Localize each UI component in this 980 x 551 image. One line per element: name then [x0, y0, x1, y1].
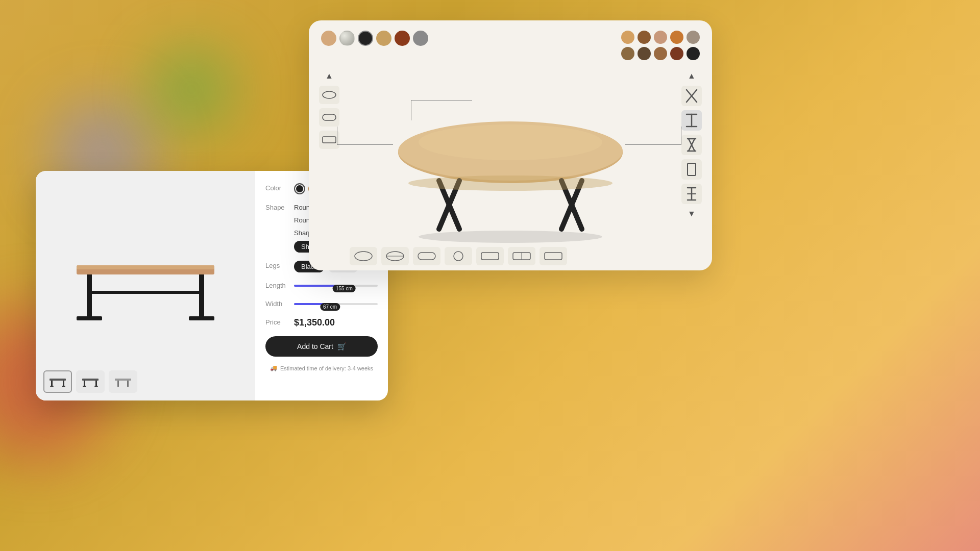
- leg-shape-next-btn[interactable]: ▼: [687, 208, 697, 219]
- svg-rect-50: [688, 163, 696, 176]
- annotation-line-h-top: [411, 100, 472, 101]
- width-value-label: 67 cm: [320, 303, 340, 311]
- svg-rect-11: [62, 386, 65, 387]
- leg-icon-2[interactable]: [681, 110, 702, 131]
- color-black[interactable]: [294, 183, 305, 194]
- thumbnail-1[interactable]: [43, 370, 72, 393]
- svg-rect-7: [50, 379, 66, 381]
- r-swatch-grey[interactable]: [413, 31, 428, 46]
- length-value-label: 155 cm: [333, 285, 356, 292]
- svg-rect-14: [83, 386, 86, 387]
- delivery-note: 🚚 Estimated time of delivery: 3-4 weeks: [265, 365, 378, 371]
- bottom-shape-row: [350, 247, 567, 265]
- annotation-line-v-top: [411, 100, 411, 120]
- bs-2[interactable]: [381, 247, 409, 265]
- shape-label: Shape: [265, 203, 288, 211]
- price-label: Price: [265, 317, 288, 326]
- length-slider-container: 155 cm: [294, 281, 378, 291]
- length-track: 155 cm: [294, 285, 378, 287]
- add-to-cart-label: Add to Cart: [297, 342, 333, 350]
- r-swatch-black[interactable]: [358, 31, 373, 46]
- svg-rect-12: [82, 379, 99, 381]
- table-illustration-area: [309, 65, 712, 270]
- svg-rect-35: [418, 253, 435, 260]
- sc-5[interactable]: [687, 31, 700, 44]
- price-value: $1,350.00: [294, 317, 378, 328]
- shape-sidebar-right: ▲: [681, 65, 702, 270]
- price-row: Price $1,350.00: [265, 317, 378, 328]
- r-swatch-marble[interactable]: [339, 31, 355, 46]
- svg-rect-4: [199, 274, 204, 320]
- bs-3[interactable]: [413, 247, 440, 265]
- sc-3[interactable]: [654, 31, 667, 44]
- annotation-line-v-left: [337, 127, 337, 144]
- desk-illustration: [61, 230, 230, 342]
- r-swatch-walnut[interactable]: [395, 31, 410, 46]
- width-slider-container: 67 cm: [294, 299, 378, 309]
- secondary-colors-panel: [621, 31, 700, 60]
- secondary-colors-row-1: [621, 31, 700, 44]
- cart-icon: 🛒: [337, 342, 346, 350]
- leg-icon-1[interactable]: [681, 86, 702, 106]
- legs-label: Legs: [265, 261, 288, 269]
- thumbnail-3[interactable]: [109, 370, 137, 393]
- width-slider[interactable]: 67 cm: [294, 299, 378, 309]
- length-slider[interactable]: 155 cm: [294, 281, 378, 291]
- r-swatch-beige[interactable]: [321, 31, 336, 46]
- svg-rect-17: [115, 379, 131, 381]
- add-to-cart-button[interactable]: Add to Cart 🛒: [265, 336, 378, 357]
- bs-4[interactable]: [445, 247, 472, 265]
- leg-icon-5[interactable]: [681, 184, 702, 204]
- sc-1[interactable]: [621, 31, 634, 44]
- table-svg: [378, 86, 643, 249]
- length-label: Length: [265, 281, 288, 289]
- bs-5[interactable]: [476, 247, 504, 265]
- svg-point-25: [419, 124, 602, 160]
- svg-rect-18: [117, 381, 119, 387]
- svg-rect-6: [89, 291, 202, 294]
- leg-shape-prev-btn[interactable]: ▲: [687, 70, 697, 82]
- svg-rect-9: [50, 386, 54, 387]
- bs-7[interactable]: [540, 247, 567, 265]
- svg-rect-2: [87, 274, 92, 320]
- svg-rect-5: [189, 316, 214, 320]
- right-card-top: [309, 20, 712, 65]
- svg-rect-40: [545, 253, 562, 260]
- top-color-group-left: [321, 31, 428, 46]
- desk-thumbnails: [43, 370, 137, 393]
- thumbnail-2[interactable]: [76, 370, 105, 393]
- annotation-line-h-left: [337, 144, 393, 145]
- length-row: Length 155 cm: [265, 281, 378, 291]
- sc-9[interactable]: [670, 47, 683, 60]
- svg-point-30: [408, 176, 612, 191]
- leg-icon-4[interactable]: [681, 159, 702, 180]
- delivery-text: Estimated time of delivery: 3-4 weeks: [280, 365, 373, 371]
- svg-rect-37: [481, 253, 499, 260]
- annotation-line-h-right: [625, 144, 681, 145]
- width-track: 67 cm: [294, 303, 378, 305]
- sc-2[interactable]: [638, 31, 651, 44]
- sc-6[interactable]: [621, 47, 634, 60]
- svg-rect-16: [94, 386, 98, 387]
- sc-4[interactable]: [670, 31, 683, 44]
- bs-6[interactable]: [508, 247, 535, 265]
- secondary-colors-row-2: [621, 47, 700, 60]
- right-card-body: ▲: [309, 65, 712, 270]
- right-configurator-card: ▲: [309, 20, 712, 270]
- sc-10[interactable]: [687, 47, 700, 60]
- svg-point-32: [355, 252, 372, 261]
- bs-1[interactable]: [350, 247, 377, 265]
- width-label: Width: [265, 299, 288, 308]
- price-value-container: $1,350.00: [294, 317, 378, 328]
- r-swatch-natural[interactable]: [376, 31, 391, 46]
- color-label: Color: [265, 183, 288, 192]
- svg-rect-1: [77, 265, 214, 269]
- svg-rect-3: [77, 316, 102, 320]
- svg-point-31: [419, 231, 602, 243]
- sc-7[interactable]: [638, 47, 651, 60]
- desk-image-area: [36, 171, 255, 400]
- delivery-icon: 🚚: [270, 365, 277, 371]
- leg-icon-3[interactable]: [681, 135, 702, 155]
- svg-rect-19: [127, 381, 129, 387]
- sc-8[interactable]: [654, 47, 667, 60]
